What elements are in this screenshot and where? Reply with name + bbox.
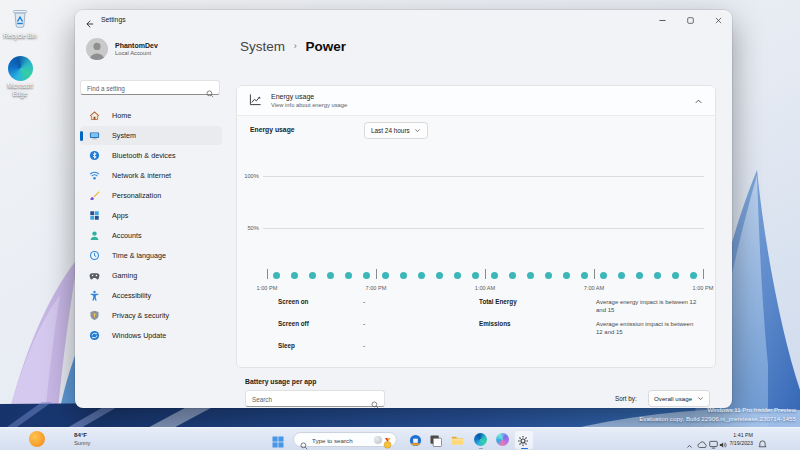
start-button[interactable] [272,434,284,446]
taskbar-search-placeholder: Type to search [312,437,353,444]
edge-icon [7,55,33,81]
stat-row: Total EnergyAverage energy impact is bet… [479,298,699,320]
sidebar-item-label: Apps [112,211,128,220]
maximize-button[interactable] [676,10,704,31]
close-button[interactable] [704,10,732,31]
update-icon [89,330,101,342]
search-icon [300,436,308,450]
taskbar-app-copilot[interactable] [496,433,510,447]
chart-data-point [491,272,498,279]
sidebar-item-label: Privacy & security [112,311,169,320]
sidebar-item-system[interactable]: System [80,126,222,145]
x-axis-tick [485,269,486,279]
chart-data-point [545,272,552,279]
battery-search-input[interactable]: Search [245,390,385,407]
sidebar-item-accessibility[interactable]: Accessibility [80,286,222,305]
accounts-icon [89,230,101,242]
breadcrumb-system[interactable]: System [240,39,285,54]
battery-search-placeholder: Search [252,396,272,403]
chart-data-point [581,272,588,279]
sidebar-item-label: Accounts [112,231,142,240]
battery-usage-title: Battery usage per app [245,378,316,385]
desktop-icon-microsoft-edge[interactable]: Microsoft Edge [0,55,48,97]
tray-chevron-up-icon[interactable] [686,436,693,450]
sidebar-item-label: Network & internet [112,171,171,180]
sidebar-item-personalization[interactable]: Personalization [80,186,222,205]
sidebar-item-apps[interactable]: Apps [80,206,222,225]
sidebar-item-home[interactable]: Home [80,106,222,125]
sidebar-item-privacy[interactable]: Privacy & security [80,306,222,325]
sidebar: PhantomDev Local Account Find a setting … [75,32,233,408]
taskbar-app-file-explorer[interactable] [451,433,465,447]
chart-data-point [382,272,389,279]
bluetooth-icon [89,150,101,162]
time-range-dropdown[interactable]: Last 24 hours [364,122,428,139]
account-section[interactable]: PhantomDev Local Account [86,38,158,60]
chevron-up-icon[interactable] [694,92,703,110]
sidebar-item-label: Windows Update [112,331,166,340]
notification-bell-icon[interactable] [758,435,767,450]
sidebar-item-bluetooth[interactable]: Bluetooth & devices [80,146,222,165]
back-button[interactable] [84,15,94,33]
gaming-icon [89,270,101,282]
sidebar-item-time[interactable]: Time & language [80,246,222,265]
sidebar-item-network[interactable]: Network & internet [80,166,222,185]
stat-label: Screen on [278,298,363,320]
sidebar-item-label: Home [112,111,131,120]
network-icon[interactable] [709,435,718,450]
clock-time: 1:41 PM [726,432,753,440]
energy-usage-chart: 1:00 PM7:00 PM1:00 AM7:00 AM1:00 PM [267,264,703,296]
desktop-icon-recycle-bin[interactable]: Recycle Bin [0,5,48,40]
sidebar-item-update[interactable]: Windows Update [80,326,222,345]
weather-icon[interactable] [29,431,45,447]
chart-data-point [690,272,697,279]
window-title: Settings [101,16,126,23]
search-highlight-icon [374,436,382,444]
x-axis-label: 1:00 PM [257,285,278,291]
taskbar-search-input[interactable]: Type to search [293,432,397,448]
x-axis-label: 1:00 PM [693,285,714,291]
taskbar-app-settings[interactable] [517,433,531,447]
energy-usage-card: Energy usage View info about energy usag… [236,85,716,368]
sidebar-item-accounts[interactable]: Accounts [80,226,222,245]
chart-data-point [636,272,643,279]
chart-data-point [563,272,570,279]
sidebar-item-gaming[interactable]: Gaming [80,266,222,285]
chart-data-point [400,272,407,279]
chart-data-point [291,272,298,279]
x-axis-tick [267,269,268,279]
stat-label: Total Energy [479,298,596,320]
chart-data-point [454,272,461,279]
sidebar-item-label: Accessibility [112,291,151,300]
privacy-icon [89,310,101,322]
taskbar-app-ms-store[interactable] [409,433,423,447]
onedrive-icon[interactable] [697,435,707,450]
page-title: Power [306,39,347,54]
taskbar-clock[interactable]: 1:41 PM 7/19/2023 [726,432,753,447]
taskbar-app-edge[interactable] [474,433,488,447]
chart-data-point [345,272,352,279]
weather-widget[interactable]: 84°F Sunny [74,431,90,447]
desktop: Recycle Bin Microsoft Edge Settings Phan… [0,0,800,450]
taskbar: 84°F Sunny Type to search 1:41 PM 7/19/2… [0,427,800,450]
settings-search-input[interactable]: Find a setting [80,80,220,95]
sidebar-item-label: Bluetooth & devices [112,151,176,160]
x-axis-label: 7:00 AM [584,285,605,291]
stat-row: Screen off- [278,320,365,342]
sort-value: Overall usage [654,395,692,402]
sort-by-label: Sort by: [615,395,637,402]
content-area: System › Power Energy usage View info ab… [233,32,732,408]
breadcrumb: System › Power [240,39,346,54]
chart-data-point [654,272,661,279]
search-icon [206,84,214,102]
stat-label: Emissions [479,320,596,342]
recycle-bin-icon [7,5,33,31]
accessibility-icon [89,290,101,302]
minimize-button[interactable] [648,10,676,31]
taskbar-app-task-view[interactable] [430,433,444,447]
time-range-value: Last 24 hours [371,127,410,134]
titlebar: Settings [75,10,732,32]
energy-usage-expander[interactable]: Energy usage View info about energy usag… [237,86,715,116]
sidebar-nav: HomeSystemBluetooth & devicesNetwork & i… [80,106,222,346]
energy-chart-icon [249,92,262,110]
